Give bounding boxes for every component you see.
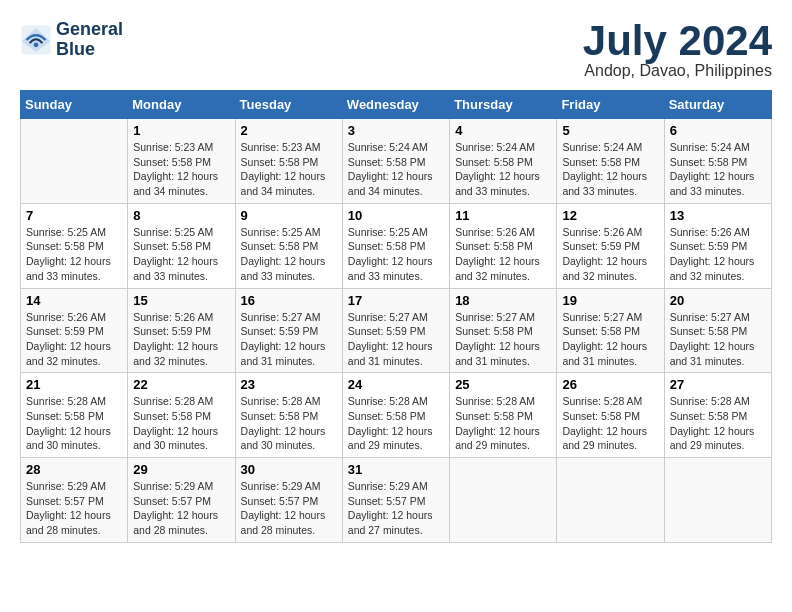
day-number: 20 (670, 293, 766, 308)
calendar-cell: 18Sunrise: 5:27 AMSunset: 5:58 PMDayligh… (450, 288, 557, 373)
day-info: Sunrise: 5:29 AMSunset: 5:57 PMDaylight:… (348, 479, 444, 538)
calendar-cell: 24Sunrise: 5:28 AMSunset: 5:58 PMDayligh… (342, 373, 449, 458)
day-info: Sunrise: 5:29 AMSunset: 5:57 PMDaylight:… (26, 479, 122, 538)
day-number: 26 (562, 377, 658, 392)
day-info: Sunrise: 5:26 AMSunset: 5:59 PMDaylight:… (133, 310, 229, 369)
calendar-cell: 12Sunrise: 5:26 AMSunset: 5:59 PMDayligh… (557, 203, 664, 288)
day-number: 3 (348, 123, 444, 138)
calendar-cell: 16Sunrise: 5:27 AMSunset: 5:59 PMDayligh… (235, 288, 342, 373)
day-number: 19 (562, 293, 658, 308)
day-info: Sunrise: 5:28 AMSunset: 5:58 PMDaylight:… (562, 394, 658, 453)
day-number: 2 (241, 123, 337, 138)
calendar-cell: 8Sunrise: 5:25 AMSunset: 5:58 PMDaylight… (128, 203, 235, 288)
day-number: 18 (455, 293, 551, 308)
day-number: 21 (26, 377, 122, 392)
day-info: Sunrise: 5:27 AMSunset: 5:59 PMDaylight:… (241, 310, 337, 369)
day-info: Sunrise: 5:24 AMSunset: 5:58 PMDaylight:… (670, 140, 766, 199)
calendar-cell: 11Sunrise: 5:26 AMSunset: 5:58 PMDayligh… (450, 203, 557, 288)
day-number: 14 (26, 293, 122, 308)
calendar-cell: 26Sunrise: 5:28 AMSunset: 5:58 PMDayligh… (557, 373, 664, 458)
calendar-cell: 13Sunrise: 5:26 AMSunset: 5:59 PMDayligh… (664, 203, 771, 288)
day-number: 28 (26, 462, 122, 477)
day-number: 31 (348, 462, 444, 477)
day-info: Sunrise: 5:25 AMSunset: 5:58 PMDaylight:… (26, 225, 122, 284)
day-number: 11 (455, 208, 551, 223)
calendar-cell: 2Sunrise: 5:23 AMSunset: 5:58 PMDaylight… (235, 119, 342, 204)
day-header-sunday: Sunday (21, 91, 128, 119)
day-info: Sunrise: 5:28 AMSunset: 5:58 PMDaylight:… (348, 394, 444, 453)
calendar-cell: 29Sunrise: 5:29 AMSunset: 5:57 PMDayligh… (128, 458, 235, 543)
day-number: 6 (670, 123, 766, 138)
calendar-cell: 30Sunrise: 5:29 AMSunset: 5:57 PMDayligh… (235, 458, 342, 543)
page-header: General Blue July 2024 Andop, Davao, Phi… (20, 20, 772, 80)
day-info: Sunrise: 5:25 AMSunset: 5:58 PMDaylight:… (133, 225, 229, 284)
location: Andop, Davao, Philippines (583, 62, 772, 80)
header-row: SundayMondayTuesdayWednesdayThursdayFrid… (21, 91, 772, 119)
day-number: 4 (455, 123, 551, 138)
title-block: July 2024 Andop, Davao, Philippines (583, 20, 772, 80)
calendar-cell: 1Sunrise: 5:23 AMSunset: 5:58 PMDaylight… (128, 119, 235, 204)
calendar-cell: 17Sunrise: 5:27 AMSunset: 5:59 PMDayligh… (342, 288, 449, 373)
calendar-cell: 10Sunrise: 5:25 AMSunset: 5:58 PMDayligh… (342, 203, 449, 288)
calendar-cell: 19Sunrise: 5:27 AMSunset: 5:58 PMDayligh… (557, 288, 664, 373)
day-info: Sunrise: 5:28 AMSunset: 5:58 PMDaylight:… (670, 394, 766, 453)
day-number: 23 (241, 377, 337, 392)
calendar-cell: 21Sunrise: 5:28 AMSunset: 5:58 PMDayligh… (21, 373, 128, 458)
calendar-table: SundayMondayTuesdayWednesdayThursdayFrid… (20, 90, 772, 543)
logo-icon (20, 24, 52, 56)
calendar-cell: 5Sunrise: 5:24 AMSunset: 5:58 PMDaylight… (557, 119, 664, 204)
week-row-1: 1Sunrise: 5:23 AMSunset: 5:58 PMDaylight… (21, 119, 772, 204)
day-info: Sunrise: 5:24 AMSunset: 5:58 PMDaylight:… (455, 140, 551, 199)
week-row-2: 7Sunrise: 5:25 AMSunset: 5:58 PMDaylight… (21, 203, 772, 288)
calendar-cell: 7Sunrise: 5:25 AMSunset: 5:58 PMDaylight… (21, 203, 128, 288)
calendar-cell: 14Sunrise: 5:26 AMSunset: 5:59 PMDayligh… (21, 288, 128, 373)
day-info: Sunrise: 5:28 AMSunset: 5:58 PMDaylight:… (241, 394, 337, 453)
calendar-cell: 23Sunrise: 5:28 AMSunset: 5:58 PMDayligh… (235, 373, 342, 458)
week-row-3: 14Sunrise: 5:26 AMSunset: 5:59 PMDayligh… (21, 288, 772, 373)
day-info: Sunrise: 5:27 AMSunset: 5:58 PMDaylight:… (670, 310, 766, 369)
day-header-tuesday: Tuesday (235, 91, 342, 119)
day-number: 25 (455, 377, 551, 392)
day-info: Sunrise: 5:29 AMSunset: 5:57 PMDaylight:… (133, 479, 229, 538)
day-number: 17 (348, 293, 444, 308)
day-header-saturday: Saturday (664, 91, 771, 119)
day-number: 9 (241, 208, 337, 223)
day-number: 30 (241, 462, 337, 477)
day-number: 15 (133, 293, 229, 308)
day-number: 7 (26, 208, 122, 223)
day-number: 27 (670, 377, 766, 392)
day-info: Sunrise: 5:23 AMSunset: 5:58 PMDaylight:… (241, 140, 337, 199)
calendar-cell (450, 458, 557, 543)
day-number: 10 (348, 208, 444, 223)
day-info: Sunrise: 5:25 AMSunset: 5:58 PMDaylight:… (241, 225, 337, 284)
calendar-cell: 25Sunrise: 5:28 AMSunset: 5:58 PMDayligh… (450, 373, 557, 458)
day-number: 13 (670, 208, 766, 223)
calendar-cell: 27Sunrise: 5:28 AMSunset: 5:58 PMDayligh… (664, 373, 771, 458)
day-header-wednesday: Wednesday (342, 91, 449, 119)
day-info: Sunrise: 5:26 AMSunset: 5:59 PMDaylight:… (26, 310, 122, 369)
logo: General Blue (20, 20, 123, 60)
calendar-cell: 22Sunrise: 5:28 AMSunset: 5:58 PMDayligh… (128, 373, 235, 458)
day-number: 8 (133, 208, 229, 223)
day-number: 12 (562, 208, 658, 223)
logo-text: General Blue (56, 20, 123, 60)
day-info: Sunrise: 5:28 AMSunset: 5:58 PMDaylight:… (455, 394, 551, 453)
day-number: 1 (133, 123, 229, 138)
day-number: 22 (133, 377, 229, 392)
day-info: Sunrise: 5:25 AMSunset: 5:58 PMDaylight:… (348, 225, 444, 284)
calendar-cell: 15Sunrise: 5:26 AMSunset: 5:59 PMDayligh… (128, 288, 235, 373)
day-header-friday: Friday (557, 91, 664, 119)
svg-point-2 (34, 42, 39, 47)
week-row-4: 21Sunrise: 5:28 AMSunset: 5:58 PMDayligh… (21, 373, 772, 458)
day-number: 24 (348, 377, 444, 392)
day-info: Sunrise: 5:26 AMSunset: 5:59 PMDaylight:… (670, 225, 766, 284)
day-header-thursday: Thursday (450, 91, 557, 119)
day-info: Sunrise: 5:28 AMSunset: 5:58 PMDaylight:… (133, 394, 229, 453)
day-info: Sunrise: 5:24 AMSunset: 5:58 PMDaylight:… (562, 140, 658, 199)
calendar-cell (664, 458, 771, 543)
week-row-5: 28Sunrise: 5:29 AMSunset: 5:57 PMDayligh… (21, 458, 772, 543)
calendar-cell: 6Sunrise: 5:24 AMSunset: 5:58 PMDaylight… (664, 119, 771, 204)
calendar-cell: 4Sunrise: 5:24 AMSunset: 5:58 PMDaylight… (450, 119, 557, 204)
calendar-cell (21, 119, 128, 204)
calendar-cell: 20Sunrise: 5:27 AMSunset: 5:58 PMDayligh… (664, 288, 771, 373)
